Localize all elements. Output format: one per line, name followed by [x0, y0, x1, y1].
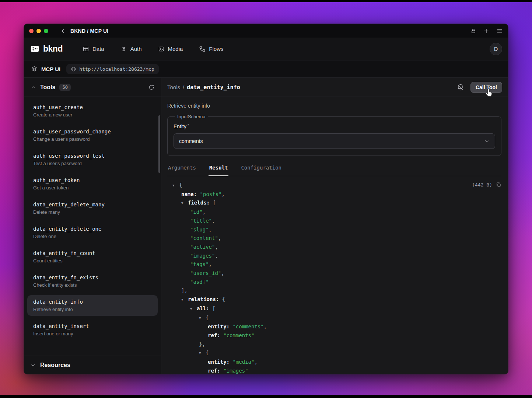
- collapse-caret-icon[interactable]: ▼: [199, 314, 206, 323]
- breadcrumb-current: data_entity_info: [187, 84, 240, 91]
- json-line: },: [167, 340, 501, 349]
- tool-description: Create a new user: [33, 112, 152, 118]
- tool-detail-body: Retrieve entity info InputSchema Entity*…: [161, 97, 508, 374]
- copy-icon: [496, 182, 501, 188]
- sidebar-item-data_entity_delete_one[interactable]: data_entity_delete_oneDelete one: [27, 222, 158, 243]
- tool-name: data_entity_delete_many: [33, 202, 152, 207]
- tool-description-text: Retrieve entity info: [167, 103, 501, 109]
- tools-sidebar: Tools 50 auth_user_createCreate a new us…: [24, 78, 161, 374]
- result-panel: (442 B) ▼{name: "posts",▼fields: ["id","…: [167, 176, 501, 374]
- resources-section-title: Resources: [40, 362, 70, 369]
- nav-item-label: Media: [168, 46, 183, 52]
- json-line: "slug",: [167, 226, 501, 234]
- copy-result-button[interactable]: [496, 182, 501, 188]
- json-line: ref: "comments": [167, 331, 501, 340]
- json-line: ▼fields: [: [167, 199, 501, 208]
- chevron-up-icon[interactable]: [30, 84, 36, 90]
- mcp-bar: MCP UI http://localhost:28623/mcp: [24, 60, 508, 78]
- sidebar-item-auth_user_create[interactable]: auth_user_createCreate a new user: [27, 101, 158, 121]
- sidebar-item-auth_user_token[interactable]: auth_user_tokenGet a user token: [27, 174, 158, 194]
- notifications-off-button[interactable]: [457, 84, 464, 91]
- nav-item-auth[interactable]: Auth: [120, 46, 142, 52]
- lock-icon: [470, 28, 476, 34]
- result-meta: (442 B): [472, 182, 501, 188]
- tool-name: data_entity_delete_one: [33, 226, 152, 232]
- logo-text: bknd: [43, 44, 63, 54]
- tool-description: Test a user's password: [33, 161, 152, 166]
- breadcrumb-separator: /: [183, 84, 184, 90]
- entity-field-label: Entity: [174, 123, 186, 129]
- avatar[interactable]: D: [490, 43, 502, 55]
- collapse-caret-icon[interactable]: ▼: [172, 181, 179, 190]
- json-line: entity: "comments",: [167, 322, 501, 331]
- new-tab-button[interactable]: [483, 28, 490, 34]
- minimize-button[interactable]: [36, 29, 41, 33]
- tool-name: auth_user_password_test: [33, 153, 152, 159]
- back-button[interactable]: [60, 28, 66, 34]
- nav-item-data[interactable]: Data: [83, 46, 104, 52]
- app-header: bknd DataAuthMediaFlows D: [24, 38, 508, 60]
- sidebar-item-auth_user_password_test[interactable]: auth_user_password_testTest a user's pas…: [27, 149, 158, 170]
- tool-name: data_entity_info: [33, 299, 152, 305]
- tab-result[interactable]: Result: [209, 165, 229, 176]
- nav-item-label: Flows: [209, 46, 223, 52]
- collapse-caret-icon[interactable]: ▼: [190, 305, 197, 314]
- json-line: ref: "images": [167, 367, 501, 374]
- tool-detail-toolbar: Tools / data_entity_info Call Tool: [161, 78, 508, 97]
- sidebar-item-auth_user_password_change[interactable]: auth_user_password_changeChange a user's…: [27, 125, 158, 146]
- json-line: entity: "media",: [167, 358, 501, 367]
- window-titlebar: BKND / MCP UI: [24, 24, 508, 38]
- collapse-caret-icon[interactable]: ▼: [181, 199, 188, 208]
- nav-item-media[interactable]: Media: [158, 46, 183, 52]
- resources-section-header[interactable]: Resources: [24, 356, 161, 374]
- toolbar-actions: Call Tool: [457, 82, 502, 93]
- tools-section-header[interactable]: Tools 50: [24, 78, 161, 97]
- sidebar-item-data_entity_insert[interactable]: data_entity_insertInsert one or many: [27, 320, 158, 340]
- breadcrumb-root[interactable]: Tools: [167, 84, 180, 90]
- sidebar-item-data_entity_info[interactable]: data_entity_infoRetrieve entity info: [27, 295, 158, 316]
- nav-item-label: Data: [92, 46, 104, 52]
- menu-button[interactable]: [496, 28, 503, 34]
- sidebar-item-data_entity_fn_exists[interactable]: data_entity_fn_existsCheck if entity exi…: [27, 271, 158, 291]
- bknd-logo[interactable]: bknd: [30, 44, 63, 54]
- required-mark: *: [188, 123, 189, 128]
- refresh-tools-button[interactable]: [148, 84, 155, 91]
- input-schema-legend: InputSchema: [175, 114, 208, 119]
- workflow-icon: [199, 46, 206, 52]
- tool-name: auth_user_password_change: [33, 129, 152, 135]
- close-button[interactable]: [29, 29, 34, 33]
- lock-button[interactable]: [470, 28, 476, 34]
- collapse-caret-icon[interactable]: ▼: [199, 349, 206, 358]
- json-line: ▼all: [: [167, 304, 501, 314]
- sidebar-item-data_entity_fn_count[interactable]: data_entity_fn_countCount entities: [27, 247, 158, 267]
- json-line: ▼relations: {: [167, 295, 501, 304]
- chevron-down-icon: [484, 138, 490, 144]
- chevron-down-icon[interactable]: [30, 362, 36, 368]
- call-tool-button[interactable]: Call Tool: [470, 82, 502, 93]
- tool-name: data_entity_insert: [33, 323, 152, 329]
- tab-configuration[interactable]: Configuration: [240, 165, 282, 176]
- mcp-url: http://localhost:28623/mcp: [79, 66, 154, 72]
- tool-description: Delete one: [33, 234, 152, 239]
- json-line: ▼{: [167, 181, 501, 190]
- json-line: ▼{: [167, 314, 501, 323]
- entity-select[interactable]: comments: [174, 133, 495, 149]
- plus-icon: [483, 28, 490, 34]
- chevron-left-icon: [60, 28, 66, 34]
- table-icon: [83, 46, 89, 52]
- tools-section-title: Tools: [40, 84, 55, 91]
- mcp-url-chip[interactable]: http://localhost:28623/mcp: [66, 64, 159, 74]
- result-tabs: ArgumentsResultConfiguration: [167, 165, 501, 176]
- sidebar-scrollbar-thumb[interactable]: [158, 115, 160, 173]
- image-icon: [158, 46, 165, 52]
- input-schema-fieldset: InputSchema Entity* comments: [167, 114, 501, 156]
- tool-list: auth_user_createCreate a new userauth_us…: [24, 97, 161, 356]
- collapse-caret-icon[interactable]: ▼: [181, 296, 188, 304]
- fingerprint-icon: [120, 46, 127, 52]
- tab-arguments[interactable]: Arguments: [167, 165, 197, 176]
- menu-icon: [496, 28, 503, 34]
- zoom-button[interactable]: [44, 29, 48, 33]
- nav-item-flows[interactable]: Flows: [199, 46, 223, 52]
- sidebar-item-data_entity_delete_many[interactable]: data_entity_delete_manyDelete many: [27, 198, 158, 219]
- app-window: BKND / MCP UI bknd DataAuthMediaFlows D …: [24, 24, 508, 374]
